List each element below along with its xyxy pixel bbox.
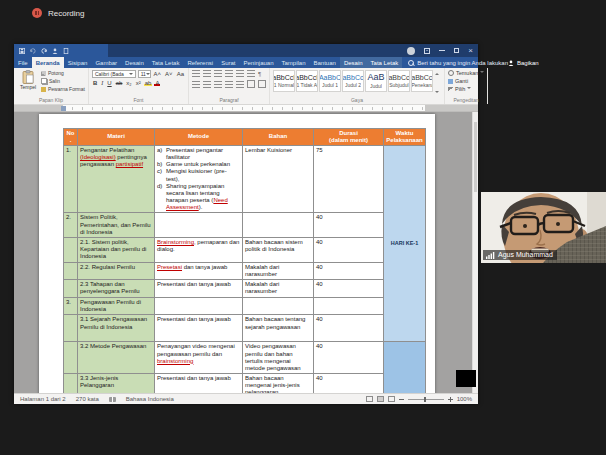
tab-bantuan[interactable]: Bantuan	[310, 57, 340, 68]
table-cell[interactable]: 2.	[64, 213, 78, 238]
table-cell[interactable]: Bahan bacaan sistem politik di Indonesia	[243, 238, 314, 263]
word-count[interactable]: 270 kata	[76, 396, 99, 402]
format-painter-button[interactable]: Pewarna Format	[41, 86, 85, 92]
table-cell[interactable]: 2.1. Sistem politik, Kepartaian dan pemi…	[78, 238, 155, 263]
table-cell[interactable]: Presentasi dan tanya jawab	[155, 279, 243, 297]
minimize-button[interactable]	[439, 50, 445, 51]
table-cell[interactable]	[64, 374, 78, 393]
table-cell[interactable]: 3.	[64, 297, 78, 314]
table-cell[interactable]: Presetasi dan tanya jawab	[155, 262, 243, 279]
shading-icon[interactable]	[247, 80, 255, 88]
justify-icon[interactable]	[225, 81, 233, 88]
tab-referensi[interactable]: Referensi	[183, 57, 217, 68]
table-cell[interactable]: Pengantar Pelatihan (Ideologisasi) penti…	[78, 145, 155, 213]
table-header-cell[interactable]: Waktu Pelaksanaan	[384, 129, 426, 146]
tab-tampilan[interactable]: Tampilan	[278, 57, 310, 68]
table-cell[interactable]: Makalah dari narasumber	[243, 279, 314, 297]
table-cell[interactable]: Video pengawasan pemilu dan bahan tertul…	[243, 342, 314, 374]
webcam-tile[interactable]: Agus Muhammad	[481, 192, 606, 263]
align-center-icon[interactable]	[203, 81, 211, 88]
table-cell[interactable]: Brainstorming, pemaparan dan dialog.	[155, 238, 243, 263]
change-case-button[interactable]: Aa	[176, 71, 185, 77]
align-right-icon[interactable]	[214, 81, 222, 88]
style-card-judul[interactable]: AaBJudul	[365, 70, 387, 92]
table-cell[interactable]	[314, 297, 384, 314]
language-indicator[interactable]: Bahasa Indonesia	[126, 396, 174, 402]
user-icon[interactable]	[52, 48, 58, 54]
table-cell[interactable]: 3.3 Jenis-jenis Pelanggaran	[78, 374, 155, 393]
underline-button[interactable]: U	[106, 80, 112, 86]
italic-button[interactable]: I	[100, 80, 104, 86]
tab-beranda[interactable]: Beranda	[32, 57, 64, 68]
increase-indent-icon[interactable]	[236, 70, 244, 77]
read-mode-icon[interactable]	[366, 396, 373, 402]
table-cell[interactable]	[243, 213, 314, 238]
save-icon[interactable]	[19, 48, 25, 54]
table-header-cell[interactable]: Metode	[155, 129, 243, 146]
borders-icon[interactable]	[258, 80, 266, 88]
web-layout-icon[interactable]	[388, 396, 395, 402]
font-color-button[interactable]: A	[154, 80, 160, 86]
table-header-cell[interactable]: Materi	[78, 129, 155, 146]
tab-desain[interactable]: Desain	[121, 57, 148, 68]
copy-button[interactable]: Salin	[41, 78, 85, 84]
table-cell[interactable]	[64, 279, 78, 297]
zoom-slider[interactable]	[408, 399, 444, 400]
zoom-in-button[interactable]	[448, 397, 453, 402]
zoom-out-button[interactable]	[399, 399, 404, 400]
table-cell[interactable]: 40	[314, 342, 384, 374]
table-cell[interactable]	[155, 213, 243, 238]
superscript-button[interactable]: x²	[135, 80, 142, 86]
undo-icon[interactable]	[30, 48, 36, 54]
line-spacing-icon[interactable]	[236, 81, 244, 88]
tab-sisipan[interactable]: Sisipan	[64, 57, 92, 68]
tab-file[interactable]: File	[14, 57, 32, 68]
scrollbar-thumb[interactable]	[474, 122, 477, 192]
table-cell[interactable]: Pengawasan Pemilu di Indonesia	[78, 297, 155, 314]
vertical-scrollbar[interactable]	[472, 112, 478, 393]
style-card-subjudul[interactable]: AaBbCcESubjudul	[388, 70, 410, 92]
highlight-color-button[interactable]: ab	[144, 80, 153, 86]
table-cell[interactable]: Presentasi dan tanya jawab	[155, 315, 243, 342]
table-cell[interactable]: 1.	[64, 145, 78, 213]
table-header-cell[interactable]: No.	[64, 129, 78, 146]
account-avatar[interactable]	[407, 47, 415, 55]
align-left-icon[interactable]	[192, 81, 200, 88]
table-cell[interactable]: 3.1 Sejarah Pengawasan Pemilu di Indones…	[78, 315, 155, 342]
zoom-level[interactable]: 100%	[457, 396, 472, 402]
table-cell[interactable]: Sistem Politik, Pemerintahan, dan Pemilu…	[78, 213, 155, 238]
table-cell[interactable]: Makalah dari narasumber	[243, 262, 314, 279]
grow-font-button[interactable]: A˄	[153, 71, 163, 77]
table-cell[interactable]: Bahan bacaan mengenai jenis-jenis pelang…	[243, 374, 314, 393]
subscript-button[interactable]: x₂	[125, 80, 132, 86]
table-cell[interactable]: 2.3 Tahapan dan penyelenggara Pemilu	[78, 279, 155, 297]
table-cell[interactable]: 40	[314, 238, 384, 263]
strikethrough-button[interactable]: ab	[115, 80, 124, 86]
find-button[interactable]: Temukan	[448, 70, 484, 76]
style-card-1-tidak-ad-[interactable]: AaBbCcDt1 Tidak Ad...	[296, 70, 318, 92]
numbering-icon[interactable]	[203, 70, 211, 77]
shrink-font-button[interactable]: A˅	[164, 71, 174, 77]
style-card-judul-1[interactable]: AaBbCJudul 1	[319, 70, 341, 92]
close-button[interactable]: ×	[468, 47, 473, 55]
table-cell[interactable]	[64, 315, 78, 342]
redo-icon[interactable]	[41, 48, 47, 54]
tab-tata-letak[interactable]: Tata Letak	[148, 57, 184, 68]
share-button[interactable]: Bagikan	[508, 57, 549, 68]
table-cell[interactable]: 40	[314, 315, 384, 342]
tab-desain[interactable]: Desain	[340, 57, 367, 68]
tab-tata-letak[interactable]: Tata Letak	[367, 57, 403, 68]
table-cell[interactable]	[243, 297, 314, 314]
style-card-judul-2[interactable]: AaBbCcEJudul 2	[342, 70, 364, 92]
multilevel-list-icon[interactable]	[214, 70, 222, 77]
decrease-indent-icon[interactable]	[225, 70, 233, 77]
recording-pause-icon[interactable]	[32, 8, 42, 18]
bullets-icon[interactable]	[192, 70, 200, 77]
table-cell-waktu[interactable]: HARI KE-1	[384, 145, 426, 342]
table-cell[interactable]	[64, 342, 78, 374]
zoom-slider-thumb[interactable]	[424, 397, 426, 402]
proofing-icon[interactable]	[109, 397, 116, 402]
font-size-select[interactable]: 11	[138, 70, 151, 78]
tab-peninjauan[interactable]: Peninjauan	[239, 57, 277, 68]
new-document-icon[interactable]	[63, 48, 69, 54]
